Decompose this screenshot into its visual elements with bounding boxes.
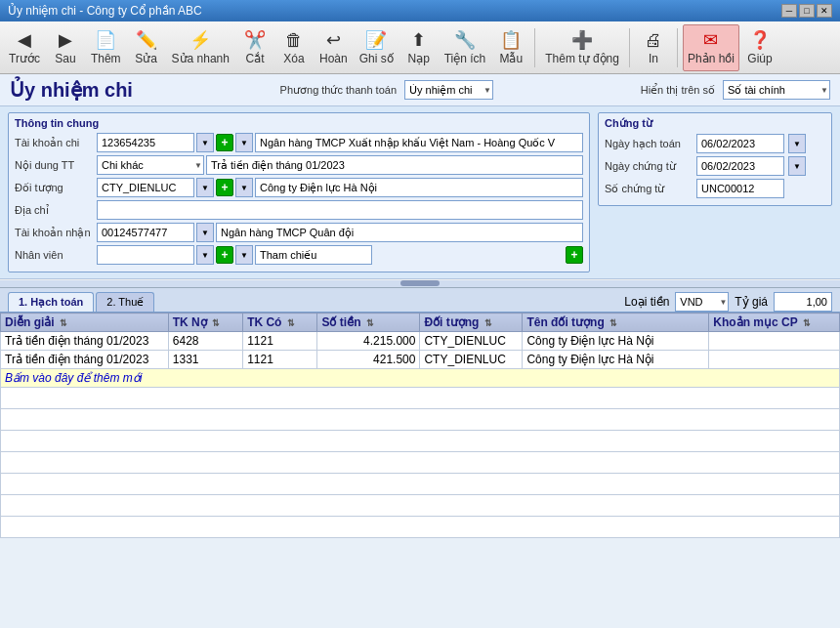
- auto-add-label: Thêm tự động: [545, 52, 619, 65]
- display-label: Hiển thị trên số: [641, 84, 715, 97]
- form-area: Thông tin chung Tài khoản chi ▼ + ▼ Nội …: [0, 106, 840, 279]
- cell-doituong-2[interactable]: CTY_DIENLUC: [420, 351, 523, 369]
- table-row[interactable]: Trả tiền điện tháng 01/2023 6428 1121 4.…: [1, 332, 840, 351]
- cell-sotien-1[interactable]: 4.215.000: [317, 332, 420, 351]
- sort-doituong[interactable]: ⇅: [484, 318, 492, 328]
- doituong-dropdown[interactable]: ▼: [196, 178, 214, 197]
- sort-tkco[interactable]: ⇅: [287, 318, 295, 328]
- sort-sotien[interactable]: ⇅: [366, 318, 374, 328]
- doituong-input[interactable]: [97, 178, 194, 197]
- nhanvien-add-btn[interactable]: +: [216, 246, 233, 264]
- tab-thue[interactable]: 2. Thuế: [96, 292, 154, 312]
- table-row[interactable]: Trả tiền điện tháng 01/2023 1331 1121 42…: [1, 351, 840, 369]
- th-diengiai[interactable]: Diễn giải ⇅: [1, 314, 169, 332]
- add-row[interactable]: Bấm vào đây để thêm mới: [1, 369, 840, 388]
- taikhoanchi-input[interactable]: [97, 133, 194, 152]
- edit-button[interactable]: ✏️ Sửa: [128, 24, 165, 71]
- add-label: Thêm: [91, 52, 121, 65]
- horizontal-scroll[interactable]: [0, 280, 840, 288]
- th-tkco[interactable]: TK Có ⇅: [243, 314, 317, 332]
- form-row-ngayhachtoan: Ngày hạch toán ▼: [605, 134, 825, 153]
- cell-tendoituong-2[interactable]: Công ty Điện lực Hà Nội: [523, 351, 709, 369]
- sochungtu-input[interactable]: [696, 179, 784, 198]
- display-select[interactable]: Sổ tài chính: [723, 80, 830, 100]
- taikhoanchi-dropdown2[interactable]: ▼: [235, 133, 253, 152]
- chungtu-title: Chứng từ: [605, 117, 825, 130]
- post-icon: 📝: [365, 29, 387, 51]
- form-row-taikhoannhan: Tài khoản nhận ▼: [15, 223, 583, 242]
- add-row-text[interactable]: Bấm vào đây để thêm mới: [1, 369, 840, 388]
- cell-tkco-2[interactable]: 1121: [243, 351, 317, 369]
- cell-tkno-2[interactable]: 1331: [168, 351, 242, 369]
- cell-tkno-1[interactable]: 6428: [168, 332, 242, 351]
- sort-tendoituong[interactable]: ⇅: [609, 318, 617, 328]
- bank-input[interactable]: [255, 133, 583, 152]
- label-ngayhachtoan: Ngày hạch toán: [605, 138, 693, 150]
- tygia-input[interactable]: [774, 292, 832, 312]
- th-sotien[interactable]: Số tiền ⇅: [317, 314, 420, 332]
- cell-sotien-2[interactable]: 421.500: [317, 351, 420, 369]
- print-button[interactable]: 🖨 In: [635, 24, 672, 71]
- section-thong-tin-chung: Thông tin chung Tài khoản chi ▼ + ▼ Nội …: [8, 112, 590, 272]
- ngaychungtu-calendar[interactable]: ▼: [788, 156, 806, 176]
- th-tkno[interactable]: TK Nợ ⇅: [168, 314, 242, 332]
- banknhan-input[interactable]: [216, 223, 583, 242]
- payment-label: Phương thức thanh toán: [280, 84, 397, 97]
- forward-button[interactable]: ▶ Sau: [47, 24, 84, 71]
- doituong-name-input[interactable]: [255, 178, 583, 197]
- thamchieu-input[interactable]: [255, 245, 372, 265]
- diachi-input[interactable]: [97, 200, 583, 220]
- maximize-button[interactable]: □: [799, 4, 815, 18]
- taikhoanchi-dropdown[interactable]: ▼: [196, 133, 214, 152]
- cell-diengiai-2[interactable]: Trả tiền điện tháng 01/2023: [1, 351, 169, 369]
- th-doituong[interactable]: Đối tượng ⇅: [420, 314, 523, 332]
- taikhoannhan-dropdown[interactable]: ▼: [196, 223, 214, 242]
- loaitien-select[interactable]: VND: [675, 292, 729, 312]
- ngayhachtoan-calendar[interactable]: ▼: [788, 134, 806, 153]
- post-button[interactable]: 📝 Ghi số: [355, 24, 399, 71]
- cell-tkco-1[interactable]: 1121: [243, 332, 317, 351]
- nhanvien-dropdown2[interactable]: ▼: [235, 245, 253, 265]
- minimize-button[interactable]: ─: [781, 4, 797, 18]
- edit-label: Sửa: [135, 52, 157, 65]
- back-button[interactable]: ◀ Trước: [4, 24, 45, 71]
- loaitien-select-wrapper: VND ▼: [675, 292, 729, 312]
- cell-tendoituong-1[interactable]: Công ty Điện lực Hà Nội: [523, 332, 709, 351]
- noidungtext-input[interactable]: [206, 155, 583, 175]
- print-label: In: [649, 52, 658, 65]
- ngaychungtu-input[interactable]: [696, 156, 784, 176]
- th-khoanmuccp[interactable]: Khoản mục CP ⇅: [709, 314, 840, 332]
- cell-khoanmuccp-1[interactable]: [709, 332, 840, 351]
- help-button[interactable]: ❓ Giúp: [741, 24, 778, 71]
- template-button[interactable]: 📋 Mẫu: [492, 24, 529, 71]
- th-tendoituong[interactable]: Tên đối tượng ⇅: [523, 314, 709, 332]
- load-button[interactable]: ⬆ Nạp: [400, 24, 438, 71]
- toolbar-separator3: [677, 28, 678, 67]
- tab-hachtoan[interactable]: 1. Hạch toán: [8, 292, 94, 312]
- payment-select[interactable]: Ủy nhiệm chi: [404, 80, 493, 100]
- noidungtt-select[interactable]: Chi khác: [97, 155, 204, 175]
- delete-button[interactable]: 🗑 Xóa: [275, 24, 313, 71]
- utility-button[interactable]: 🔧 Tiện ích: [440, 24, 491, 71]
- cell-doituong-1[interactable]: CTY_DIENLUC: [420, 332, 523, 351]
- doituong-dropdown2[interactable]: ▼: [235, 178, 253, 197]
- ngayhachtoan-input[interactable]: [696, 134, 784, 153]
- undo-button[interactable]: ↩ Hoàn: [315, 24, 353, 71]
- taikhoanchi-add-btn[interactable]: +: [216, 134, 233, 151]
- taikhoannhan-input[interactable]: [97, 223, 194, 242]
- close-button[interactable]: ✕: [817, 4, 832, 18]
- add-button[interactable]: 📄 Thêm: [86, 24, 126, 71]
- cell-khoanmuccp-2[interactable]: [709, 351, 840, 369]
- auto-add-button[interactable]: ➕ Thêm tự động: [540, 24, 624, 71]
- cut-button[interactable]: ✂️ Cắt: [236, 24, 273, 71]
- quick-edit-button[interactable]: ⚡ Sửa nhanh: [167, 24, 234, 71]
- doituong-add-btn[interactable]: +: [216, 179, 233, 196]
- sort-tkno[interactable]: ⇅: [212, 318, 220, 328]
- thamchieu-add-btn[interactable]: +: [566, 246, 583, 264]
- cell-diengiai-1[interactable]: Trả tiền điện tháng 01/2023: [1, 332, 169, 351]
- nhanvien-dropdown[interactable]: ▼: [196, 245, 214, 265]
- feedback-button[interactable]: ✉ Phản hồi: [683, 24, 739, 71]
- sort-diengiai[interactable]: ⇅: [60, 318, 67, 328]
- nhanvien-input[interactable]: [97, 245, 194, 265]
- sort-khoanmuccp[interactable]: ⇅: [803, 318, 811, 328]
